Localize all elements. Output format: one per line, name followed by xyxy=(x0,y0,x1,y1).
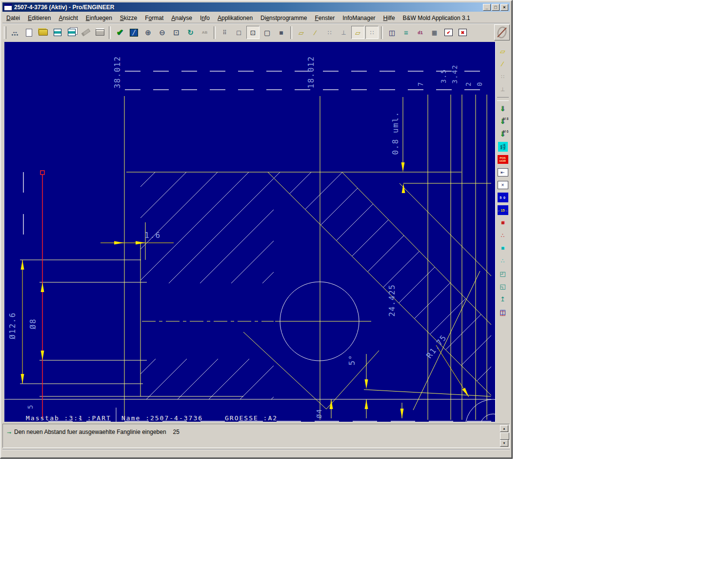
model-tree-icon[interactable]: ⠿ xyxy=(218,26,231,39)
hole-m6-icon[interactable]: ⇓M 6 xyxy=(497,128,509,140)
toolbar: ↔✔╱⊕⊖⊡↻AB⠿□⊡▢■▱∕∷⊥▱∷◫≡d1▦✔✖ xyxy=(2,24,510,40)
new-window-icon[interactable]: ◫ xyxy=(385,26,399,39)
undo-selection-icon[interactable]: ⇤ xyxy=(497,166,509,178)
accept-check-icon[interactable]: ✔ xyxy=(113,26,126,39)
toolbar-handle[interactable] xyxy=(4,26,6,39)
dim-label-2: 2 xyxy=(464,81,472,86)
hole-tool-icon[interactable]: ⇓ xyxy=(497,103,509,115)
dimension-properties-icon[interactable]: d1 xyxy=(414,26,427,39)
proe-logo-glyph xyxy=(496,26,508,39)
maximize-button[interactable]: □ xyxy=(492,4,500,11)
app-icon xyxy=(4,3,12,11)
save-as-icon xyxy=(68,29,76,36)
bottom-strip xyxy=(2,449,510,456)
menu-editieren[interactable]: Editieren xyxy=(24,14,55,22)
delete-selection-icon[interactable]: × xyxy=(497,179,509,191)
datum-plane-icon[interactable]: ▱ xyxy=(497,45,509,57)
hole-m8-icon[interactable]: ⇓M 8 xyxy=(497,116,509,127)
sketch-view-icon[interactable]: ╱ xyxy=(127,26,140,39)
separator xyxy=(109,26,111,39)
round-tool-icon: ◰ xyxy=(500,270,505,277)
menu-fenster[interactable]: Fenster xyxy=(311,14,339,22)
dim-15-button[interactable]: ←15→ xyxy=(497,204,509,216)
save-as-icon[interactable] xyxy=(65,26,78,39)
status-message: Den neuen Abstand fuer ausgewaehlte Fang… xyxy=(14,429,166,435)
menu-ansicht[interactable]: Ansicht xyxy=(55,14,81,22)
delete-selection-icon: × xyxy=(498,181,508,189)
menu-format[interactable]: Format xyxy=(141,14,167,22)
wireframe-icon[interactable]: □ xyxy=(232,26,245,39)
dimension-tool-icon[interactable]: ↔ xyxy=(8,26,21,39)
shaded-icon[interactable]: ■ xyxy=(275,26,288,39)
menu-dienstprogramme[interactable]: Dienstprogramme xyxy=(257,14,311,22)
datum-planes-display-icon[interactable]: ▱ xyxy=(295,26,308,39)
undo-selection-icon: ⇤ xyxy=(498,168,508,176)
text-style-icon: AB xyxy=(202,30,208,35)
csys-display-icon[interactable]: ⊥ xyxy=(337,26,350,39)
cyan-block-icon[interactable]: ■ xyxy=(497,242,509,254)
menu-einfuegen[interactable]: Einfuegen xyxy=(82,14,116,22)
red-block-icon[interactable]: ■ xyxy=(497,217,509,229)
hatch-zone-upper-left xyxy=(140,172,274,283)
save-icon[interactable] xyxy=(51,26,64,39)
print-icon[interactable] xyxy=(93,26,106,39)
zoom-out-icon[interactable]: ⊖ xyxy=(156,26,169,39)
dim-5-0-button[interactable]: 5 0 xyxy=(497,192,509,203)
menu-datei[interactable]: Datei xyxy=(2,14,24,22)
chamfer-tool-icon[interactable]: ◱ xyxy=(497,280,509,292)
close-button[interactable]: × xyxy=(500,4,508,11)
window-close-icon[interactable]: ✖ xyxy=(456,26,469,39)
mirror-section-icon[interactable]: ◫ xyxy=(497,306,509,317)
accept-check-icon: ✔ xyxy=(116,27,123,38)
window-title: 2507-4-3736 (Aktiv) - Pro/ENGINEER xyxy=(14,4,114,11)
dim-5-0-button: 5 0 xyxy=(498,193,508,202)
pos-hor-button[interactable]: POS HOR xyxy=(497,154,509,165)
plane-tags-icon[interactable]: ▱ xyxy=(351,26,364,39)
point-tags-icon[interactable]: ∷ xyxy=(365,26,379,39)
zoom-in-icon[interactable]: ⊕ xyxy=(141,26,155,39)
menu-applikationen[interactable]: Applikationen xyxy=(214,14,257,22)
nr-ver-button[interactable]: NR. VER xyxy=(497,141,509,153)
message-scrollbar[interactable]: ▲ ▼ xyxy=(500,425,508,447)
csys-icon: ⊥ xyxy=(497,83,509,95)
hidden-line-icon[interactable]: ⊡ xyxy=(246,26,260,39)
zoom-fit-icon[interactable]: ⊡ xyxy=(170,26,183,39)
status-value[interactable]: 25 xyxy=(173,429,180,435)
dim-label-3-42: 3.42 xyxy=(451,64,459,84)
new-file-icon[interactable] xyxy=(22,26,36,39)
selected-snap-line[interactable] xyxy=(40,171,44,419)
datum-axis-icon[interactable]: ∕ xyxy=(497,58,509,70)
minimize-button[interactable]: _ xyxy=(483,4,491,11)
open-file-icon xyxy=(39,29,48,36)
menu-info[interactable]: Info xyxy=(196,14,214,22)
menu-hilfe[interactable]: Hilfe xyxy=(380,14,399,22)
window-activate-icon[interactable]: ✔ xyxy=(442,26,455,39)
reorient-view-icon[interactable]: ↻ xyxy=(184,26,197,39)
menu-bw-mold-application[interactable]: B&W Mold Application 3.1 xyxy=(399,14,474,22)
zoom-fit-icon: ⊡ xyxy=(173,28,180,37)
dim-label-dia-8: Ø8 xyxy=(28,318,38,329)
window-close-icon: ✖ xyxy=(459,29,467,36)
eject-tool-icon[interactable]: ↥ xyxy=(497,293,509,305)
new-window-icon: ◫ xyxy=(389,29,395,37)
title-bar[interactable]: 2507-4-3736 (Aktiv) - Pro/ENGINEER _ □ × xyxy=(2,2,510,12)
menu-skizze[interactable]: Skizze xyxy=(116,14,141,22)
hidden-line-icon: ⊡ xyxy=(250,29,256,37)
round-tool-icon[interactable]: ◰ xyxy=(497,268,509,279)
layers-icon[interactable]: ≡ xyxy=(400,26,413,39)
menu-infomanager[interactable]: InfoManager xyxy=(339,14,379,22)
datum-points-display-icon[interactable]: ∷ xyxy=(323,26,336,39)
datum-axes-display-icon[interactable]: ∕ xyxy=(309,26,322,39)
drawing-canvas[interactable]: 38.012 18.012 7 3.5 3.42 2 0 0.8 uml. 1.… xyxy=(4,42,495,422)
table-icon[interactable]: ▦ xyxy=(428,26,441,39)
red-pattern-icon[interactable]: ∴ xyxy=(497,230,509,241)
no-hidden-icon[interactable]: ▢ xyxy=(260,26,274,39)
scroll-up-button[interactable]: ▲ xyxy=(500,425,508,432)
cyan-pattern-icon[interactable]: ∴ xyxy=(497,255,509,267)
menu-analyse[interactable]: Analyse xyxy=(167,14,196,22)
scroll-down-button[interactable]: ▼ xyxy=(500,440,508,447)
drawing-area[interactable]: 38.012 18.012 7 3.5 3.42 2 0 0.8 uml. 1.… xyxy=(4,42,495,422)
dim-label-0: 0 xyxy=(476,81,483,86)
scrollbar-thumb[interactable] xyxy=(500,432,509,440)
open-file-icon[interactable] xyxy=(37,26,50,39)
